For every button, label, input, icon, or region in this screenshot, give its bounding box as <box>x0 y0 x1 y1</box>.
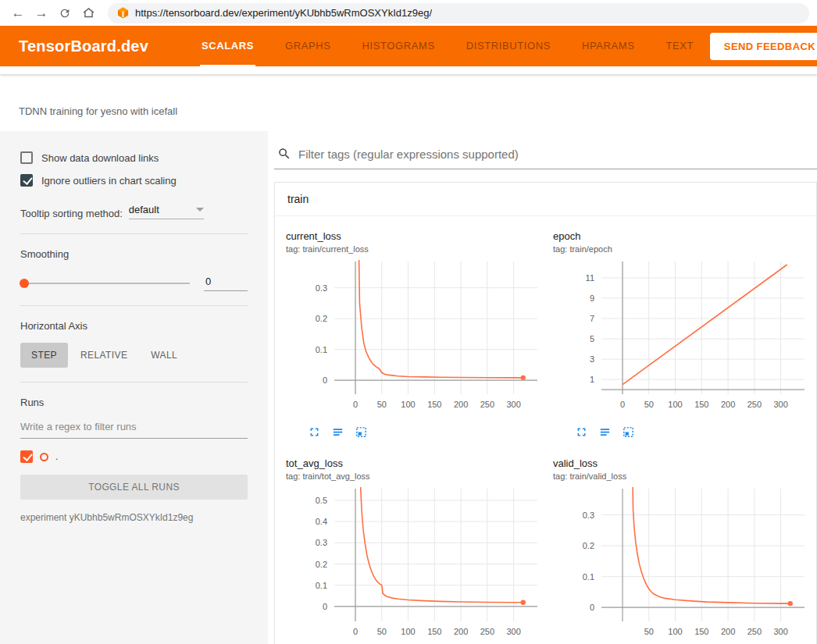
svg-text:150: 150 <box>427 400 441 409</box>
runs-label: Runs <box>20 397 248 408</box>
ignore-outliers-checkbox[interactable] <box>20 174 33 187</box>
brand-logo[interactable]: TensorBoard.dev <box>19 37 148 55</box>
tab-distributions[interactable]: DISTRIBUTIONS <box>465 26 552 66</box>
svg-text:0.3: 0.3 <box>316 283 327 293</box>
svg-text:300: 300 <box>506 627 520 636</box>
svg-text:3: 3 <box>590 354 594 364</box>
svg-text:250: 250 <box>747 627 762 636</box>
chart-title: valid_loss <box>553 457 817 469</box>
svg-text:50: 50 <box>377 400 387 409</box>
svg-text:0: 0 <box>590 603 594 612</box>
svg-text:0: 0 <box>323 602 327 611</box>
toggle-all-runs-button[interactable]: TOGGLE ALL RUNS <box>20 475 248 500</box>
svg-text:50: 50 <box>644 400 654 409</box>
chevron-down-icon <box>196 208 204 212</box>
chart-valid-loss: valid_loss tag: train/valid_loss 00.10.2… <box>553 457 817 644</box>
address-bar[interactable]: https://tensorboard.dev/experiment/yKUbh… <box>108 3 809 23</box>
axis-step-button[interactable]: STEP <box>20 343 68 368</box>
svg-text:5: 5 <box>590 334 594 343</box>
svg-text:0.2: 0.2 <box>316 314 327 323</box>
svg-text:1: 1 <box>590 375 594 384</box>
axis-wall-button[interactable]: WALL <box>140 343 188 368</box>
forward-icon[interactable]: → <box>31 3 52 23</box>
reload-icon[interactable] <box>55 3 75 23</box>
filter-tags-input[interactable] <box>298 148 817 161</box>
line-chart[interactable]: 1357911050100150200250300 <box>553 260 817 423</box>
svg-text:200: 200 <box>721 627 735 636</box>
app-header: TensorBoard.dev SCALARS GRAPHS HISTOGRAM… <box>0 26 817 66</box>
data-series-icon[interactable] <box>331 425 344 439</box>
svg-text:0: 0 <box>323 375 327 385</box>
smoothing-value-field[interactable]: 0 <box>204 276 248 291</box>
send-feedback-button[interactable]: SEND FEEDBACK <box>710 33 817 60</box>
svg-text:0.3: 0.3 <box>583 511 594 520</box>
tooltip-sorting-label: Tooltip sorting method: <box>20 208 123 219</box>
svg-text:50: 50 <box>377 627 387 636</box>
chart-tot-avg-loss: tot_avg_loss tag: train/tot_avg_loss 00.… <box>286 457 553 644</box>
smoothing-slider[interactable] <box>20 283 190 284</box>
line-chart[interactable]: 00.10.20.3050100150200250300 <box>286 260 553 423</box>
chart-toolbar <box>575 425 817 439</box>
run-name: . <box>55 451 58 462</box>
tab-histograms[interactable]: HISTOGRAMS <box>361 26 437 66</box>
svg-text:0.1: 0.1 <box>583 572 594 582</box>
fullscreen-icon[interactable] <box>308 425 321 439</box>
chart-tag: tag: train/valid_loss <box>553 471 817 481</box>
divider <box>20 382 248 382</box>
fit-domain-icon[interactable] <box>355 425 368 439</box>
svg-text:300: 300 <box>773 627 787 636</box>
home-icon[interactable] <box>78 3 98 23</box>
tensorboard-favicon <box>117 7 129 19</box>
show-download-label: Show data download links <box>41 152 159 164</box>
fullscreen-icon[interactable] <box>575 425 588 439</box>
chart-tag: tag: train/epoch <box>553 244 817 254</box>
settings-sidebar: Show data download links Ignore outliers… <box>0 131 268 644</box>
svg-text:7: 7 <box>590 314 594 323</box>
svg-text:100: 100 <box>401 400 415 409</box>
svg-text:0.1: 0.1 <box>316 581 327 590</box>
axis-relative-button[interactable]: RELATIVE <box>70 343 138 368</box>
back-icon[interactable]: ← <box>8 3 28 23</box>
svg-text:0.2: 0.2 <box>583 541 594 550</box>
svg-text:150: 150 <box>427 627 441 636</box>
divider <box>20 233 248 234</box>
svg-text:50: 50 <box>644 627 654 636</box>
svg-text:250: 250 <box>747 400 762 409</box>
svg-text:0: 0 <box>353 627 358 636</box>
url-text: https://tensorboard.dev/experiment/yKUbh… <box>135 7 432 19</box>
scalars-content: train current_loss tag: train/current_lo… <box>268 131 817 644</box>
tag-group-header[interactable]: train <box>275 183 816 216</box>
horizontal-axis-buttons: STEP RELATIVE WALL <box>20 343 248 368</box>
line-chart[interactable]: 00.10.20.30.40.5050100150200250300 <box>286 487 553 644</box>
svg-text:0.1: 0.1 <box>316 345 327 354</box>
divider <box>20 305 248 306</box>
tab-text[interactable]: TEXT <box>664 26 695 66</box>
show-download-checkbox[interactable] <box>20 151 33 164</box>
data-series-icon[interactable] <box>598 425 612 439</box>
experiment-id: experiment yKUbhb5wRmOSXYkId1z9eg <box>20 512 248 523</box>
tab-hparams[interactable]: HPARAMS <box>580 26 637 66</box>
run-list-item: . <box>20 450 248 463</box>
fit-domain-icon[interactable] <box>622 425 635 439</box>
svg-text:150: 150 <box>694 400 708 409</box>
svg-text:200: 200 <box>721 400 735 409</box>
experiment-description: TDNN training for yesno with icefall <box>0 74 817 131</box>
tab-graphs[interactable]: GRAPHS <box>284 26 333 66</box>
tooltip-sorting-select[interactable]: default <box>129 204 204 219</box>
svg-text:0.4: 0.4 <box>316 517 327 526</box>
nav-tabs: SCALARS GRAPHS HISTOGRAMS DISTRIBUTIONS … <box>200 26 695 66</box>
svg-text:11: 11 <box>586 273 594 283</box>
charts-grid: current_loss tag: train/current_loss 00.… <box>275 216 816 644</box>
smoothing-slider-thumb[interactable] <box>20 279 29 288</box>
svg-text:0.5: 0.5 <box>316 496 327 505</box>
svg-text:300: 300 <box>506 400 520 409</box>
runs-filter-input[interactable] <box>20 416 248 439</box>
chart-title: epoch <box>553 230 817 242</box>
line-chart[interactable]: 00.10.20.350100150200250300 <box>553 487 817 644</box>
tab-scalars[interactable]: SCALARS <box>200 26 255 66</box>
run-checkbox[interactable] <box>20 450 33 463</box>
svg-text:0.3: 0.3 <box>316 538 327 547</box>
chart-epoch: epoch tag: train/epoch 13579110501001502… <box>553 230 817 439</box>
svg-text:150: 150 <box>694 627 708 636</box>
browser-toolbar: ← → https://tensorboard.dev/experiment/y… <box>0 0 817 26</box>
